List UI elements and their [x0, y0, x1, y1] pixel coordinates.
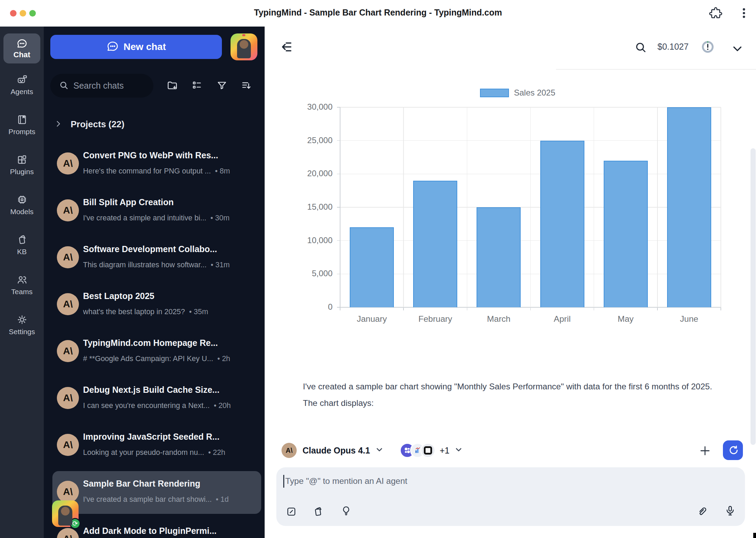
scrollbar-thumb[interactable] — [750, 148, 756, 445]
nav-item-teams[interactable]: Teams — [0, 274, 44, 296]
plugins-chevron-down-icon[interactable] — [454, 445, 463, 456]
chat-list-item[interactable]: A\ Convert PNG to WebP with Res... Here'… — [52, 143, 261, 186]
anthropic-avatar: A\ — [57, 434, 79, 456]
account-avatar[interactable]: ⟳ — [52, 500, 79, 527]
extensions-puzzle-icon[interactable] — [709, 6, 723, 20]
nav-label-models: Models — [10, 208, 34, 216]
browser-menu-kebab-icon[interactable] — [737, 6, 751, 20]
model-chevron-down-icon[interactable] — [375, 445, 384, 456]
chat-snippet: I've created a simple and intuitive bi..… — [83, 214, 257, 222]
nav-item-plugins[interactable]: Plugins — [0, 154, 44, 176]
usage-cost[interactable]: $0.1027 — [657, 42, 688, 52]
chat-title: Convert PNG to WebP with Res... — [83, 150, 255, 160]
robot-icon — [17, 74, 28, 85]
chat-list-item[interactable]: A\ Improving JavaScript Seeded R... Look… — [52, 424, 261, 467]
chevron-right-icon — [54, 120, 62, 129]
nav-label-prompts: Prompts — [8, 128, 35, 136]
notification-dot — [242, 34, 245, 36]
plugin-badges[interactable] — [400, 443, 436, 458]
chat-title: Debug Next.js Build Cache Size... — [83, 385, 255, 395]
projects-section-header[interactable]: Projects (22) — [54, 119, 124, 130]
chat-title: Software Development Collabo... — [83, 244, 255, 254]
chat-snippet: what's the best laptop in 2025? • 35m — [83, 308, 257, 316]
chat-title: Sample Bar Chart Rendering — [83, 479, 255, 489]
sync-status-badge: ⟳ — [70, 518, 81, 529]
model-provider-avatar: A\ — [282, 443, 297, 458]
new-folder-icon[interactable] — [162, 75, 183, 96]
anthropic-avatar: A\ — [57, 528, 79, 538]
chat-list-panel: New chat Search chats — [44, 27, 265, 538]
copies-icon — [17, 234, 28, 245]
chat-title: Improving JavaScript Seeded R... — [83, 432, 255, 442]
canvas-edit-icon[interactable] — [286, 506, 297, 519]
microphone-icon[interactable] — [724, 505, 736, 518]
nav-item-prompts[interactable]: Prompts — [0, 114, 44, 136]
projects-label: Projects (22) — [71, 119, 124, 130]
chat-title: Best Laptop 2025 — [83, 291, 255, 301]
new-chat-bubble-icon — [106, 40, 119, 54]
add-attachment-plus-icon[interactable] — [699, 445, 711, 457]
chat-list-item[interactable]: A\ Software Development Collabo... This … — [52, 237, 261, 279]
new-chat-button[interactable]: New chat — [50, 35, 222, 59]
text-caret — [283, 475, 284, 488]
collapse-sidebar-icon[interactable] — [280, 40, 293, 55]
chat-list-actions — [44, 75, 265, 96]
anthropic-avatar: A\ — [57, 293, 79, 315]
search-conversation-icon[interactable] — [634, 41, 647, 55]
conversation-area: $0.1027 Sales 2025 05,00010,00015,00020,… — [265, 27, 756, 538]
grid-plugin-icon — [17, 154, 28, 165]
plugins-overflow-count[interactable]: +1 — [440, 446, 450, 456]
anthropic-avatar: A\ — [57, 199, 79, 221]
chat-bubble-icon — [17, 38, 28, 49]
chart-legend[interactable]: Sales 2025 — [303, 88, 732, 98]
anthropic-avatar: A\ — [57, 152, 79, 175]
chat-list-item[interactable]: A\ Add Dark Mode to PluginPermi... — [52, 518, 261, 538]
chevron-down-icon[interactable] — [731, 42, 744, 56]
nav-item-settings[interactable]: Settings — [0, 314, 44, 336]
nav-label-settings: Settings — [9, 328, 35, 336]
plugin-badge-square-icon — [420, 443, 436, 458]
chat-snippet: Here's the command for PNG output ... • … — [83, 167, 257, 176]
nav-item-agents[interactable]: Agents — [0, 74, 44, 96]
assistant-message-text: I've created a sample bar chart showing … — [303, 378, 725, 411]
regenerate-button[interactable] — [723, 440, 743, 460]
message-input[interactable]: Type "@" to mention an AI agent — [276, 467, 745, 526]
users-icon — [17, 274, 28, 285]
book-icon — [17, 114, 28, 125]
filter-funnel-icon[interactable] — [211, 75, 233, 96]
anthropic-avatar: A\ — [57, 387, 79, 409]
nav-item-chat[interactable]: Chat — [3, 33, 40, 63]
nav-item-models[interactable]: Models — [0, 194, 44, 216]
nav-label-plugins: Plugins — [10, 168, 34, 176]
user-avatar[interactable] — [231, 33, 257, 60]
usage-alert-ring-icon[interactable] — [701, 40, 714, 55]
corner-artifact — [753, 533, 756, 538]
lightbulb-icon[interactable] — [340, 505, 352, 518]
chat-list-item[interactable]: A\ Debug Next.js Build Cache Size... I c… — [52, 377, 261, 420]
chat-snippet: I can see you're encountering a Next... … — [83, 401, 257, 410]
nav-item-kb[interactable]: KB — [0, 234, 44, 256]
legend-swatch — [480, 89, 509, 97]
model-selector-row: A\ Claude Opus 4.1 +1 — [282, 440, 463, 460]
window-title: TypingMind - Sample Bar Chart Rendering … — [0, 8, 756, 18]
content-top-divider — [556, 69, 756, 70]
chat-list-item[interactable]: A\ Best Laptop 2025 what's the best lapt… — [52, 283, 261, 326]
nav-label-teams: Teams — [11, 288, 33, 296]
chip-icon — [17, 194, 28, 205]
chat-title: Add Dark Mode to PluginPermi... — [83, 526, 255, 536]
anthropic-avatar: A\ — [57, 340, 79, 362]
window-titlebar: TypingMind - Sample Bar Chart Rendering … — [0, 0, 756, 27]
chat-list-item[interactable]: A\ TypingMind.com Homepage Re... # **Goo… — [52, 330, 261, 373]
chat-list-item-selected[interactable]: A\ Sample Bar Chart Rendering I've creat… — [52, 471, 261, 514]
sort-descending-icon[interactable] — [236, 75, 257, 96]
nav-label-agents: Agents — [11, 88, 33, 96]
model-name[interactable]: Claude Opus 4.1 — [303, 446, 370, 456]
bulk-select-list-icon[interactable] — [186, 75, 207, 96]
chat-title: Bill Split App Creation — [83, 197, 255, 207]
nav-label-chat: Chat — [13, 50, 30, 59]
chat-title: TypingMind.com Homepage Re... — [83, 338, 255, 348]
paperclip-icon[interactable] — [697, 505, 708, 518]
pages-copy-icon[interactable] — [313, 506, 324, 519]
chat-list-item[interactable]: A\ Bill Split App Creation I've created … — [52, 190, 261, 232]
legend-label: Sales 2025 — [514, 88, 555, 98]
